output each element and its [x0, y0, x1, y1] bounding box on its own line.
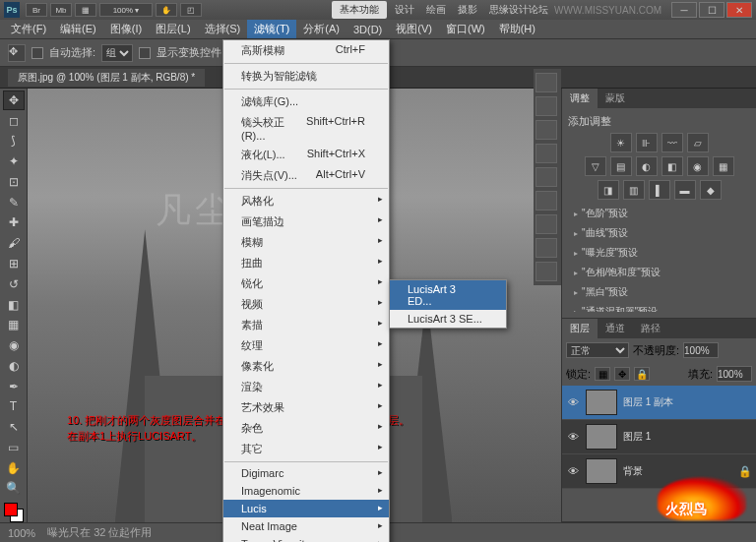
zoom-level[interactable]: 100%: [8, 527, 35, 539]
dodge-tool[interactable]: ◐: [3, 356, 25, 376]
blend-mode-dropdown[interactable]: 正常: [566, 342, 629, 358]
preset-item[interactable]: "通道混和器"预设: [568, 302, 750, 312]
preset-item[interactable]: "黑白"预设: [568, 282, 750, 302]
zoom-dropdown[interactable]: 100% ▾: [99, 3, 153, 17]
history-brush-tool[interactable]: ↺: [3, 274, 25, 294]
auto-select-dropdown[interactable]: 组: [101, 44, 133, 62]
menu-help[interactable]: 帮助(H): [492, 20, 542, 38]
filter-menu-item[interactable]: 风格化: [223, 191, 389, 211]
filter-menu-item[interactable]: 滤镜库(G)...: [223, 91, 389, 112]
filter-menu-item[interactable]: 纹理: [223, 335, 389, 356]
lock-position-icon[interactable]: ✥: [614, 367, 630, 381]
history-panel-icon[interactable]: [536, 73, 557, 92]
filter-menu-item[interactable]: Digimarc: [223, 464, 389, 482]
curves-icon[interactable]: 〰: [662, 133, 683, 152]
visibility-icon[interactable]: 👁: [566, 431, 580, 443]
workspace-painting[interactable]: 绘画: [420, 1, 452, 19]
filter-menu-item[interactable]: Lucis: [223, 500, 389, 517]
stamp-tool[interactable]: ⊞: [3, 254, 25, 273]
brush-tool[interactable]: 🖌: [3, 233, 25, 253]
filter-menu-item[interactable]: 视频: [223, 294, 389, 315]
preset-item[interactable]: "色阶"预设: [568, 204, 750, 223]
gradient-map-icon[interactable]: ▬: [674, 180, 696, 200]
auto-select-checkbox[interactable]: [32, 47, 43, 59]
workspace-essentials[interactable]: 基本功能: [332, 1, 387, 19]
color-swatch[interactable]: [4, 503, 24, 522]
brush-panel-icon[interactable]: [536, 262, 557, 281]
filter-menu-item[interactable]: 镜头校正(R)...Shift+Ctrl+R: [223, 112, 389, 145]
levels-icon[interactable]: ⊪: [636, 133, 658, 152]
filter-menu-item[interactable]: 杂色: [223, 418, 389, 439]
screen-mode-icon[interactable]: ◰: [180, 3, 202, 17]
visibility-icon[interactable]: 👁: [566, 396, 580, 408]
hand-icon[interactable]: ✋: [156, 3, 177, 17]
bridge-button[interactable]: Br: [26, 3, 47, 17]
color-panel-icon[interactable]: [536, 120, 557, 140]
swatches-panel-icon[interactable]: [536, 144, 557, 163]
layers-tab[interactable]: 图层: [562, 319, 598, 338]
clone-panel-icon[interactable]: [536, 238, 557, 258]
pen-tool[interactable]: ✒: [3, 377, 25, 396]
zoom-tool[interactable]: 🔍: [3, 479, 25, 499]
filter-menu-item[interactable]: 画笔描边: [223, 211, 389, 232]
wand-tool[interactable]: ✦: [3, 151, 25, 171]
filter-menu-item[interactable]: Topaz Vivacity: [223, 535, 389, 542]
layer-row[interactable]: 👁 图层 1: [562, 420, 756, 454]
layer-row[interactable]: 👁 背景 🔒: [562, 454, 756, 489]
balance-icon[interactable]: ◐: [636, 156, 658, 176]
filter-menu-item[interactable]: 像素化: [223, 356, 389, 377]
layer-name[interactable]: 图层 1: [623, 430, 651, 444]
menu-select[interactable]: 选择(S): [198, 20, 248, 38]
path-tool[interactable]: ↖: [3, 417, 25, 437]
transform-checkbox[interactable]: [139, 47, 151, 59]
lasso-tool[interactable]: ⟆: [3, 132, 25, 151]
submenu-item[interactable]: LucisArt 3 ED...: [390, 280, 506, 310]
preset-item[interactable]: "色相/饱和度"预设: [568, 263, 750, 282]
close-button[interactable]: ✕: [726, 2, 752, 18]
gradient-tool[interactable]: ▦: [3, 315, 25, 334]
shape-tool[interactable]: ▭: [3, 438, 25, 457]
threshold-icon[interactable]: ▌: [649, 180, 670, 200]
filter-menu-item[interactable]: 转换为智能滤镜: [223, 66, 389, 87]
menu-file[interactable]: 文件(F): [4, 20, 53, 38]
filter-menu-item[interactable]: 液化(L)...Shift+Ctrl+X: [223, 145, 389, 165]
filter-menu-item[interactable]: Neat Image: [223, 517, 389, 535]
photo-filter-icon[interactable]: ◉: [687, 156, 709, 176]
menu-view[interactable]: 视图(V): [389, 20, 439, 38]
channels-tab[interactable]: 通道: [598, 319, 633, 338]
menu-filter[interactable]: 滤镜(T): [247, 20, 296, 38]
submenu-item[interactable]: LucisArt 3 SE...: [390, 310, 506, 328]
hand-tool[interactable]: ✋: [3, 458, 25, 478]
lock-pixels-icon[interactable]: ▦: [595, 367, 610, 381]
marquee-tool[interactable]: ◻: [3, 111, 25, 131]
filter-menu-item[interactable]: 其它: [223, 439, 389, 459]
visibility-icon[interactable]: 👁: [566, 465, 580, 477]
paragraph-panel-icon[interactable]: [536, 214, 557, 234]
filter-menu-item[interactable]: 素描: [223, 315, 389, 335]
filter-menu-item[interactable]: 模糊: [223, 232, 389, 253]
document-tab[interactable]: 原图.jpg @ 100% (图层 1 副本, RGB/8) *: [8, 69, 205, 87]
move-tool[interactable]: ✥: [3, 90, 25, 110]
paths-tab[interactable]: 路径: [633, 319, 668, 338]
lock-all-icon[interactable]: 🔒: [634, 367, 650, 381]
exposure-icon[interactable]: ▱: [687, 133, 709, 152]
blur-tool[interactable]: ◉: [3, 335, 25, 355]
styles-panel-icon[interactable]: [536, 167, 557, 187]
minimize-button[interactable]: ─: [671, 2, 697, 18]
menu-3d[interactable]: 3D(D): [346, 22, 389, 37]
filter-menu-item[interactable]: Imagenomic: [223, 482, 389, 500]
filter-menu-item[interactable]: 高斯模糊Ctrl+F: [223, 40, 389, 61]
opacity-input[interactable]: [683, 342, 719, 358]
eraser-tool[interactable]: ◧: [3, 295, 25, 315]
maximize-button[interactable]: ☐: [699, 2, 724, 18]
layer-name[interactable]: 图层 1 副本: [623, 395, 673, 409]
character-panel-icon[interactable]: [536, 191, 557, 211]
invert-icon[interactable]: ◨: [598, 180, 619, 200]
minibridge-button[interactable]: Mb: [50, 3, 72, 17]
menu-window[interactable]: 窗口(W): [439, 20, 492, 38]
filter-menu-item[interactable]: 扭曲: [223, 253, 389, 273]
bw-icon[interactable]: ◧: [662, 156, 683, 176]
mixer-icon[interactable]: ▦: [713, 156, 734, 176]
filter-menu-item[interactable]: 艺术效果: [223, 397, 389, 418]
foreground-color[interactable]: [4, 503, 18, 516]
